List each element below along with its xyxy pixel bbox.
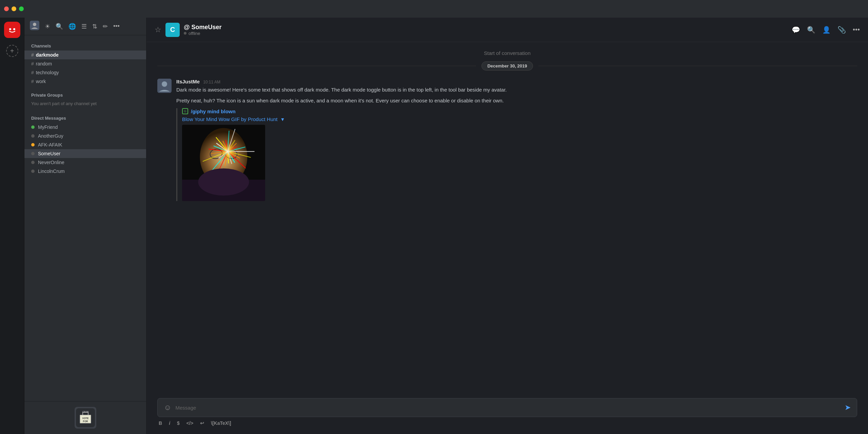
dm-item-anotherguy[interactable]: AnotherGuy <box>24 132 146 140</box>
more-icon[interactable]: ••• <box>113 23 120 30</box>
list-icon[interactable]: ☰ <box>81 23 87 30</box>
minimize-button[interactable] <box>12 6 16 11</box>
maximize-button[interactable] <box>19 6 24 11</box>
private-groups-empty-message: You aren't part of any channel yet <box>24 100 146 110</box>
search-icon[interactable]: 🔍 <box>56 23 63 30</box>
message-author: ItsJustMe <box>176 79 200 84</box>
dm-item-afkafaik[interactable]: AFK-AFAIK <box>24 140 146 149</box>
chat-header-right: 💬 🔍 👤 📎 ••• <box>792 26 860 34</box>
chat-input-box: ☺ ➤ <box>157 398 857 417</box>
channel-item-technology[interactable]: # technology <box>24 68 146 77</box>
hash-icon: # <box>31 61 34 66</box>
svg-text:CRUM: CRUM <box>82 411 88 413</box>
conversation-start-label: Start of conversation <box>157 50 857 56</box>
channel-item-random[interactable]: # random <box>24 59 146 68</box>
away-status-dot <box>31 143 35 146</box>
traffic-lights <box>4 6 24 11</box>
giphy-command-text: /giphy mind blown <box>191 108 236 114</box>
svg-text:VOTE: VOTE <box>82 417 88 419</box>
chat-area: ☆ C @ SomeUser offline 💬 🔍 👤 📎 ••• <box>146 18 868 434</box>
compose-icon[interactable]: ✏ <box>103 23 108 30</box>
dm-username: LincolnCrum <box>38 169 65 174</box>
kebab-menu-icon[interactable]: ••• <box>853 26 860 34</box>
add-workspace-button[interactable]: + <box>6 45 18 57</box>
input-toolbar: B i $ </> ↩ \[KaTeX\] <box>157 417 857 426</box>
dm-item-someuser[interactable]: SomeUser <box>24 149 146 158</box>
message-search-icon[interactable]: 💬 <box>792 26 800 34</box>
online-status-dot <box>31 125 35 129</box>
sidebar-content: Channels # darkmode # random # technolog… <box>24 35 146 401</box>
sidebar-footer: VOTE FOR CRUM <box>24 401 146 434</box>
icon-sidebar: + <box>0 18 24 434</box>
sidebar-toolbar: ☀ 🔍 🌐 ☰ ⇅ ✏ ••• <box>24 18 146 35</box>
send-button[interactable]: ➤ <box>845 403 851 412</box>
message-avatar <box>157 79 172 93</box>
offline-status-dot <box>184 32 186 35</box>
giphy-attachment: G /giphy mind blown Blow Your Mind Wow G… <box>176 108 857 201</box>
vote-badge: VOTE FOR CRUM <box>75 407 96 429</box>
status-text: offline <box>189 31 200 36</box>
svg-point-4 <box>33 23 36 26</box>
date-divider: December 30, 2019 <box>157 61 857 71</box>
divider-line-left <box>157 66 476 66</box>
giphy-command-row: G /giphy mind blown <box>182 108 857 114</box>
svg-point-1 <box>9 28 11 30</box>
message-text-line2: Pretty neat, huh? The icon is a sun when… <box>176 97 857 105</box>
user-avatar-small[interactable] <box>30 21 39 32</box>
code-button[interactable]: </> <box>186 420 193 426</box>
svg-point-0 <box>7 25 17 34</box>
dm-item-neveronline[interactable]: NeverOnline <box>24 158 146 167</box>
date-badge: December 30, 2019 <box>481 61 533 71</box>
giphy-title-row: Blow Your Mind Wow GIF by Product Hunt ▼ <box>182 116 857 122</box>
bold-button[interactable]: B <box>159 420 162 426</box>
channel-item-work[interactable]: # work <box>24 77 146 86</box>
italic-button[interactable]: i <box>169 420 170 426</box>
chat-input-area: ☺ ➤ B i $ </> ↩ \[KaTeX\] <box>146 393 868 434</box>
dm-username: AnotherGuy <box>38 133 63 139</box>
dollar-button[interactable]: $ <box>177 420 180 426</box>
channel-name: work <box>36 79 46 84</box>
channel-name: technology <box>36 70 59 75</box>
hash-icon: # <box>31 52 34 58</box>
channels-section-label: Channels <box>24 41 146 51</box>
message-content: ItsJustMe 10:11 AM Dark mode is awesome!… <box>176 79 857 201</box>
dropdown-arrow-icon[interactable]: ▼ <box>280 117 285 122</box>
offline-status-dot <box>31 134 35 138</box>
search-icon[interactable]: 🔍 <box>807 26 815 34</box>
app-body: + ☀ 🔍 🌐 ☰ ⇅ ✏ ••• Channels # <box>0 18 868 434</box>
sort-icon[interactable]: ⇅ <box>92 23 97 30</box>
offline-status-dot <box>31 170 35 173</box>
dm-username: MyFriend <box>38 124 58 130</box>
directory-icon[interactable]: 🌐 <box>68 23 76 30</box>
svg-text:FOR: FOR <box>83 420 88 422</box>
chat-messages: Start of conversation December 30, 2019 <box>146 42 868 393</box>
message-row: ItsJustMe 10:11 AM Dark mode is awesome!… <box>157 79 857 201</box>
channel-sidebar: ☀ 🔍 🌐 ☰ ⇅ ✏ ••• Channels # darkmode # ra… <box>24 18 146 434</box>
svg-point-2 <box>13 28 15 30</box>
profile-icon[interactable]: 👤 <box>822 26 831 34</box>
emoji-button[interactable]: ☺ <box>164 403 171 412</box>
dm-item-myfriend[interactable]: MyFriend <box>24 123 146 132</box>
close-button[interactable] <box>4 6 9 11</box>
favorite-icon[interactable]: ☆ <box>155 25 161 34</box>
svg-point-10 <box>162 81 167 87</box>
dm-username: NeverOnline <box>38 160 64 165</box>
message-header: ItsJustMe 10:11 AM <box>176 79 857 84</box>
hash-icon: # <box>31 70 34 75</box>
message-time: 10:11 AM <box>203 80 220 84</box>
channel-item-darkmode[interactable]: # darkmode <box>24 51 146 59</box>
latex-button[interactable]: \[KaTeX\] <box>211 420 231 426</box>
chat-header-left: ☆ C @ SomeUser offline <box>155 23 792 37</box>
dm-item-lincolncrum[interactable]: LincolnCrum <box>24 167 146 176</box>
brightness-icon[interactable]: ☀ <box>45 23 50 30</box>
chat-user-avatar: C <box>165 23 180 37</box>
direct-messages-label: Direct Messages <box>24 113 146 123</box>
divider-line-right <box>538 66 857 66</box>
message-input[interactable] <box>175 405 841 411</box>
attachment-icon[interactable]: 📎 <box>837 26 846 34</box>
channel-name: random <box>36 61 52 66</box>
header-status: offline <box>184 31 222 36</box>
message-text-line1: Dark mode is awesome! Here's some text t… <box>176 86 857 94</box>
return-button[interactable]: ↩ <box>200 420 204 426</box>
giphy-canvas <box>182 125 265 201</box>
